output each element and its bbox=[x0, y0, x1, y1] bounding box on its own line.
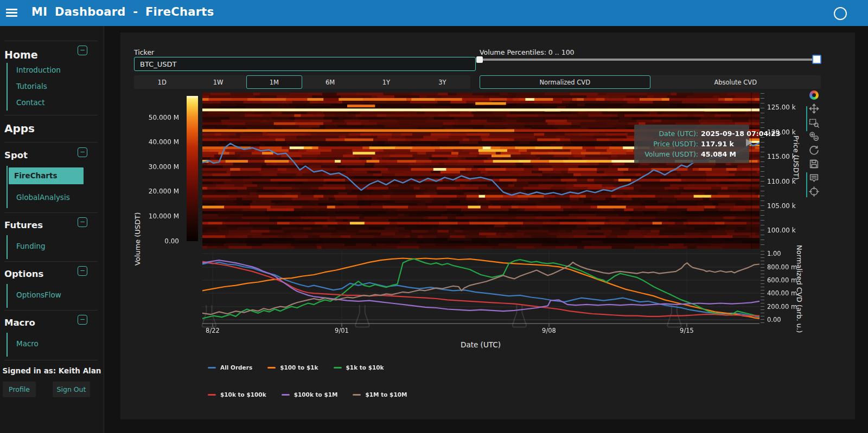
sidebar-item-optionsflow[interactable]: OptionsFlow bbox=[16, 290, 61, 299]
timeframe-button-1m[interactable]: 1M bbox=[246, 75, 302, 89]
volume-tick-label: 40.000 M bbox=[130, 138, 179, 146]
app-screen: MI Dashboard - FireCharts Home − Introdu… bbox=[0, 0, 868, 433]
cvd-tick-label: 400.00 m bbox=[767, 289, 810, 297]
sign-out-button[interactable]: Sign Out bbox=[53, 382, 90, 397]
section-indicator-bar bbox=[7, 166, 8, 208]
volume-percentile-slider[interactable] bbox=[480, 59, 821, 61]
legend-marker bbox=[353, 394, 361, 396]
sidebar-heading-spot: Spot bbox=[4, 150, 28, 160]
cvd-button-absolute-cvd[interactable]: Absolute CVD bbox=[650, 75, 821, 89]
toggle-hover-labels-icon[interactable] bbox=[809, 173, 820, 184]
divider bbox=[4, 261, 98, 262]
cvd-button-normalized-cvd[interactable]: Normalized CVD bbox=[480, 75, 650, 89]
timeframe-button-3y[interactable]: 3Y bbox=[414, 75, 470, 89]
legend-item[interactable]: All Orders bbox=[208, 364, 252, 371]
heatmap-canvas[interactable] bbox=[202, 93, 760, 249]
cvd-axis-minor-ticks bbox=[761, 251, 764, 323]
sidebar-item-funding[interactable]: Funding bbox=[16, 242, 46, 250]
volume-tick-label: 0.00 bbox=[130, 237, 179, 245]
legend-label: $100k to $1M bbox=[294, 391, 338, 398]
sidebar-heading-futures: Futures bbox=[4, 220, 43, 230]
divider bbox=[4, 41, 98, 41]
profile-button[interactable]: Profile bbox=[3, 382, 36, 397]
tooltip-caret bbox=[746, 139, 752, 146]
tooltip-value: 45.084 M bbox=[701, 149, 744, 159]
sidebar-item-firecharts[interactable]: FireCharts bbox=[9, 167, 84, 184]
legend-item[interactable]: $1M to $10M bbox=[353, 391, 407, 398]
divider bbox=[4, 360, 98, 360]
timeframe-button-1d[interactable]: 1D bbox=[134, 75, 190, 89]
save-snapshot-icon[interactable] bbox=[809, 159, 820, 170]
status-circle-icon bbox=[834, 7, 847, 20]
volume-tick-label: 50.000 M bbox=[130, 114, 179, 121]
sidebar-item-globalanalysis[interactable]: GlobalAnalysis bbox=[16, 193, 70, 202]
hamburger-menu-icon[interactable] bbox=[6, 9, 17, 17]
price-tick-label: 125.00 k bbox=[767, 104, 810, 111]
timeframe-button-6m[interactable]: 6M bbox=[302, 75, 358, 89]
volume-tick-label: 10.000 M bbox=[130, 212, 179, 220]
sidebar-heading-apps: Apps bbox=[4, 122, 35, 135]
collapse-options-button[interactable]: − bbox=[78, 266, 87, 276]
price-tick-label: 105.00 k bbox=[767, 202, 810, 210]
volume-tick-label: 20.000 M bbox=[130, 188, 179, 195]
tooltip-value: 2025-09-18 07:04:23 bbox=[701, 128, 781, 139]
price-tick-label: 110.00 k bbox=[767, 178, 810, 185]
volume-percentiles-label: Volume Percentiles: 0 .. 100 bbox=[480, 48, 575, 56]
ticker-input[interactable] bbox=[134, 57, 476, 71]
timeframe-button-1y[interactable]: 1Y bbox=[358, 75, 414, 89]
sidebar-item-contact[interactable]: Contact bbox=[16, 98, 45, 107]
collapse-macro-button[interactable]: − bbox=[78, 315, 87, 325]
timeframe-button-group: 1D1W1M6M1Y3Y bbox=[134, 75, 470, 89]
reset-axes-icon[interactable] bbox=[809, 145, 820, 156]
modebar-separator bbox=[806, 106, 807, 131]
tooltip-label: Date (UTC): bbox=[637, 128, 698, 139]
toggle-spike-lines-icon[interactable] bbox=[809, 186, 820, 197]
collapse-spot-button[interactable]: − bbox=[78, 147, 87, 157]
divider bbox=[4, 115, 98, 115]
date-tick-label: 9/15 bbox=[672, 327, 702, 334]
slider-handle-min[interactable] bbox=[476, 56, 483, 63]
zoom-in-out-icon[interactable] bbox=[809, 131, 820, 142]
date-axis-title: Date (UTC) bbox=[454, 340, 508, 349]
divider bbox=[4, 142, 98, 143]
date-tick-label: 8/22 bbox=[197, 327, 228, 334]
tooltip-row: Volume (USDT):45.084 M bbox=[637, 149, 744, 159]
app-title: MI Dashboard - FireCharts bbox=[31, 5, 214, 18]
timeframe-button-1w[interactable]: 1W bbox=[190, 75, 246, 89]
sidebar-heading-options: Options bbox=[4, 269, 43, 279]
tooltip-value: 117.91 k bbox=[701, 139, 744, 149]
legend-label: $1k to $10k bbox=[346, 364, 384, 371]
pan-icon[interactable] bbox=[809, 104, 820, 114]
cvd-tick-label: 0.00 bbox=[767, 316, 810, 324]
box-zoom-icon[interactable] bbox=[809, 118, 820, 128]
cvd-tick-label: 1.00 bbox=[767, 250, 810, 257]
sidebar-heading-macro: Macro bbox=[4, 318, 35, 328]
legend-item[interactable]: $100k to $1M bbox=[282, 391, 338, 398]
slider-handle-max[interactable] bbox=[812, 55, 821, 64]
cvd-tick-label: 800.00 m bbox=[767, 263, 810, 271]
plotly-logo-icon[interactable] bbox=[809, 91, 819, 100]
date-tick-label: 9/01 bbox=[327, 327, 357, 334]
collapse-home-button[interactable]: − bbox=[78, 46, 87, 55]
signed-in-text: Signed in as: Keith Alan bbox=[0, 366, 104, 375]
price-tick-label: 100.00 k bbox=[767, 227, 810, 234]
legend-row: All Orders$100 to $1k$1k to $10k bbox=[208, 364, 384, 371]
legend-item[interactable]: $1k to $10k bbox=[334, 364, 384, 371]
collapse-futures-button[interactable]: − bbox=[78, 217, 87, 227]
date-tick-label: 9/08 bbox=[534, 327, 564, 334]
sidebar-item-macro[interactable]: Macro bbox=[16, 339, 39, 348]
tooltip-row: Price (USDT):117.91 k bbox=[637, 139, 744, 149]
divider bbox=[4, 310, 98, 311]
legend-marker bbox=[208, 394, 216, 396]
tooltip-label: Volume (USDT): bbox=[637, 149, 698, 159]
sidebar-item-tutorials[interactable]: Tutorials bbox=[16, 82, 47, 91]
legend-item[interactable]: $10k to $100k bbox=[208, 391, 266, 398]
sidebar-item-introduction[interactable]: Introduction bbox=[16, 66, 61, 74]
section-indicator-bar bbox=[7, 284, 8, 308]
tooltip-label: Price (USDT): bbox=[637, 139, 698, 149]
section-indicator-bar bbox=[7, 63, 8, 111]
legend-item[interactable]: $100 to $1k bbox=[267, 364, 318, 371]
legend-label: $1M to $10M bbox=[365, 391, 407, 398]
sidebar: Home − Introduction Tutorials Contact Ap… bbox=[0, 26, 104, 433]
legend-marker bbox=[334, 367, 342, 369]
